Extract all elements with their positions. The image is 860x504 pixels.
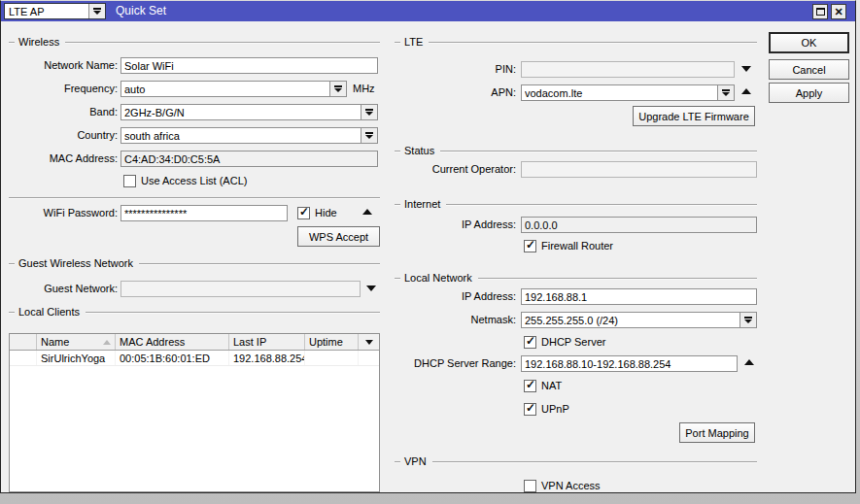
netmask-combo[interactable] [521,312,757,328]
close-button[interactable]: ✕ [831,4,846,19]
section-header-guest-wireless: Guest Wireless Network [9,257,380,269]
section-title: Local Network [404,272,478,284]
internet-ip-label: IP Address: [385,217,516,233]
use-access-list-checkbox[interactable]: ✓ Use Access List (ACL) [123,174,247,187]
column-header-last-ip[interactable]: Last IP [229,334,305,350]
close-icon: ✕ [834,7,843,17]
section-title: VPN [404,455,432,467]
band-combo[interactable] [120,104,378,120]
port-mapping-button[interactable]: Port Mapping [679,422,755,443]
pin-expand-icon[interactable] [741,66,751,72]
guest-expand-icon[interactable] [366,286,376,291]
column-header-name[interactable]: Name [37,334,116,350]
checkbox-box: ✓ [524,336,536,349]
section-title: Status [404,145,440,156]
frequency-combo[interactable] [120,81,347,97]
frequency-input[interactable] [121,82,329,96]
netmask-dropdown-button[interactable] [740,313,756,327]
frequency-dropdown-button[interactable] [329,82,346,96]
ok-button[interactable]: OK [769,32,849,53]
apply-button[interactable]: Apply [769,83,849,103]
section-header-local-clients: Local Clients [9,306,380,318]
network-name-label: Network Name: [9,57,118,74]
checkbox-box: ✓ [297,207,310,219]
local-ip-input[interactable] [521,288,757,305]
wps-accept-button[interactable]: WPS Accept [297,226,380,247]
nat-checkbox[interactable]: ✓ NAT [524,379,562,392]
maximize-button[interactable] [812,4,828,19]
country-dropdown-button[interactable] [361,128,377,143]
wireless-divider [9,197,380,198]
local-clients-table-header: Name MAC Address Last IP Uptime [10,334,379,351]
firewall-router-label: Firewall Router [541,240,613,252]
country-label: Country: [9,127,118,144]
checkmark-icon: ✓ [526,334,535,348]
cancel-label: Cancel [792,64,825,76]
wifi-password-label: WiFi Password: [9,205,118,221]
window-controls: ✕ [812,4,846,19]
use-access-list-label: Use Access List (ACL) [141,175,247,186]
section-title: Internet [404,198,446,210]
wifi-collapse-icon[interactable] [362,209,372,215]
quickset-mode-dropdown-button[interactable] [88,4,105,18]
quickset-mode-value: LTE AP [5,6,88,17]
guest-network-field [120,281,361,297]
vpn-access-label: VPN Access [541,480,601,491]
section-header-local-network: Local Network [395,272,757,284]
section-title: Guest Wireless Network [18,257,139,269]
upnp-checkbox[interactable]: ✓ UPnP [524,402,569,416]
band-input[interactable] [121,105,361,119]
table-row[interactable]: SirUlrichYoga 00:05:1B:60:01:ED 192.168.… [10,351,379,366]
firewall-router-checkbox[interactable]: ✓ Firewall Router [524,239,613,252]
quickset-mode-combo[interactable]: LTE AP [4,3,106,19]
checkmark-icon: ✓ [526,238,535,252]
dhcp-range-collapse-icon[interactable] [744,359,754,365]
frequency-label: Frequency: [9,81,118,97]
port-mapping-label: Port Mapping [685,427,748,439]
cancel-button[interactable]: Cancel [769,59,849,80]
apn-combo[interactable] [521,84,735,101]
country-combo[interactable] [120,127,378,144]
checkbox-box: ✓ [123,175,136,187]
apn-dropdown-button[interactable] [717,85,734,100]
dhcp-range-input[interactable] [521,355,738,372]
band-dropdown-button[interactable] [361,105,377,119]
internet-ip-field [521,217,757,233]
current-operator-label: Current Operator: [385,161,516,178]
band-label: Band: [9,104,118,120]
upnp-label: UPnP [541,403,569,415]
mac-address-field [120,151,378,167]
dropdown-icon [365,109,373,116]
vpn-access-checkbox[interactable]: ✓ VPN Access [524,479,601,492]
window-title: Quick Set [116,4,166,17]
dhcp-server-label: DHCP Server [541,336,605,348]
apn-collapse-icon[interactable] [741,88,751,94]
upgrade-lte-firmware-button[interactable]: Upgrade LTE Firmware [633,106,755,126]
hide-password-checkbox[interactable]: ✓ Hide [297,206,337,219]
dropdown-icon [365,132,373,139]
checkbox-box: ✓ [524,240,536,252]
netmask-input[interactable] [522,313,740,327]
wifi-password-input[interactable] [120,205,288,221]
column-options-button[interactable] [359,334,379,350]
client-uptime-cell [305,351,359,365]
quickset-window: LTE AP Quick Set ✕ Wireless Network Name… [0,0,856,493]
window-frame: LTE AP Quick Set ✕ Wireless Network Name… [0,0,860,504]
local-ip-label: IP Address: [385,288,516,305]
titlebar[interactable]: LTE AP Quick Set ✕ [1,1,855,21]
pin-field [521,61,735,78]
dropdown-icon [744,317,752,323]
maximize-icon [816,8,825,16]
dhcp-server-checkbox[interactable]: ✓ DHCP Server [524,335,605,349]
checkmark-icon: ✓ [526,401,535,415]
column-header-blank[interactable] [10,334,37,350]
apn-input[interactable] [522,85,717,100]
section-title: Local Clients [18,306,86,318]
section-title: LTE [404,36,429,48]
section-header-lte: LTE [395,36,757,48]
column-header-mac-address[interactable]: MAC Address [116,334,229,350]
country-input[interactable] [121,128,361,143]
network-name-input[interactable] [120,57,378,74]
column-header-uptime[interactable]: Uptime [305,334,359,350]
netmask-label: Netmask: [385,312,516,328]
